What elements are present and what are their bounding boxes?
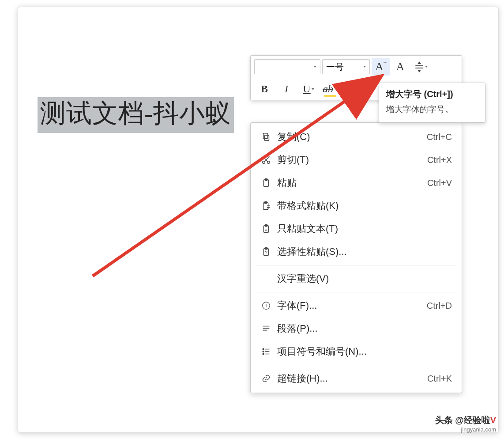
svg-point-18	[263, 351, 264, 352]
paste-text-icon: A	[258, 224, 275, 234]
menu-shortcut: Ctrl+D	[427, 301, 452, 311]
increase-font-button[interactable]: A+	[372, 58, 390, 76]
watermark: 头条 @经验啦V jingyanla.com	[435, 414, 496, 433]
letter-a: A	[396, 60, 404, 73]
menu-label: 汉字重选(V)	[275, 272, 452, 285]
menu-paragraph[interactable]: 段落(P)...	[251, 317, 462, 340]
menu-font[interactable]: T 字体(F)... Ctrl+D	[251, 294, 462, 317]
menu-label: 复制(C)	[275, 130, 427, 144]
wm-url: jingyanla.com	[435, 426, 496, 433]
font-name-select[interactable]	[254, 59, 320, 74]
cut-icon	[258, 155, 275, 165]
underline-button[interactable]: U	[298, 80, 319, 98]
menu-hanzi-reselect[interactable]: 汉字重选(V)	[251, 267, 462, 290]
chevron-down-icon	[336, 88, 339, 90]
paragraph-icon	[258, 324, 275, 333]
context-menu: 复制(C) Ctrl+C 剪切(T) Ctrl+X 粘贴 Ctrl+V 带格式粘…	[250, 122, 462, 393]
menu-label: 选择性粘贴(S)...	[275, 245, 452, 258]
chevron-down-icon	[363, 66, 366, 68]
highlight-ab: ab	[323, 83, 333, 95]
italic-button[interactable]: I	[276, 80, 297, 98]
toolbar-row-1: 一号 A+ A-	[251, 56, 462, 78]
menu-shortcut: Ctrl+V	[427, 178, 452, 188]
svg-rect-2	[263, 133, 268, 139]
menu-label: 粘贴	[275, 176, 427, 189]
menu-label: 带格式粘贴(K)	[275, 199, 452, 212]
wm-v: V	[490, 415, 496, 425]
wm-prefix: 头条 @	[435, 415, 464, 425]
highlight-button[interactable]: ab	[320, 80, 341, 98]
font-icon: T	[258, 301, 275, 310]
svg-point-17	[263, 348, 264, 350]
copy-icon	[258, 132, 275, 142]
font-color-icon	[347, 84, 358, 95]
chevron-down-icon	[425, 66, 428, 68]
menu-label: 剪切(T)	[275, 153, 427, 167]
tooltip-desc: 增大字体的字号。	[386, 104, 478, 115]
wm-name: 经验啦	[464, 415, 490, 425]
svg-rect-0	[350, 92, 357, 94]
svg-point-3	[263, 161, 265, 164]
menu-label: 段落(P)...	[275, 322, 452, 335]
menu-paste[interactable]: 粘贴 Ctrl+V	[251, 171, 462, 194]
menu-shortcut: Ctrl+K	[427, 374, 452, 384]
highlight-color-bar	[324, 95, 336, 97]
menu-label: 超链接(H)...	[275, 372, 427, 385]
svg-rect-1	[264, 135, 269, 140]
menu-label: 只粘贴文本(T)	[275, 222, 452, 235]
paste-format-icon	[258, 201, 275, 211]
font-color-button[interactable]	[342, 80, 363, 98]
menu-copy[interactable]: 复制(C) Ctrl+C	[251, 125, 462, 148]
menu-label: 字体(F)...	[275, 299, 427, 312]
line-spacing-icon	[415, 61, 423, 72]
menu-separator	[256, 365, 456, 365]
menu-bullets[interactable]: 项目符号和编号(N)...	[251, 340, 462, 363]
plus-sup: +	[384, 59, 387, 66]
menu-paste-text[interactable]: A 只粘贴文本(T)	[251, 217, 462, 240]
underline-u: U	[303, 83, 310, 95]
menu-paste-special[interactable]: ? 选择性粘贴(S)...	[251, 240, 462, 263]
svg-text:T: T	[265, 303, 267, 308]
menu-cut[interactable]: 剪切(T) Ctrl+X	[251, 148, 462, 171]
selected-text[interactable]: 测试文档-抖小蚁	[38, 97, 234, 133]
paste-icon	[258, 178, 275, 188]
menu-separator	[256, 292, 456, 292]
decrease-font-button[interactable]: A-	[392, 58, 410, 76]
svg-text:?: ?	[265, 250, 267, 255]
link-icon	[258, 374, 275, 383]
menu-paste-format[interactable]: 带格式粘贴(K)	[251, 194, 462, 217]
chevron-down-icon	[312, 88, 314, 90]
bold-button[interactable]: B	[254, 80, 275, 98]
menu-shortcut: Ctrl+X	[427, 155, 452, 165]
font-size-select[interactable]: 一号	[322, 59, 370, 74]
list-icon	[258, 347, 275, 356]
font-size-value: 一号	[326, 61, 344, 73]
paste-special-icon: ?	[258, 247, 275, 257]
svg-point-19	[263, 353, 264, 355]
menu-hyperlink[interactable]: 超链接(H)... Ctrl+K	[251, 367, 462, 390]
svg-text:A: A	[265, 228, 268, 232]
line-spacing-button[interactable]	[412, 58, 431, 76]
tooltip-increase-font: 增大字号 (Ctrl+]) 增大字体的字号。	[379, 83, 485, 123]
letter-a: A	[375, 60, 384, 73]
svg-point-4	[267, 161, 270, 164]
menu-separator	[256, 265, 456, 265]
minus-sup: -	[404, 59, 406, 66]
chevron-down-icon	[314, 66, 316, 68]
tooltip-title: 增大字号 (Ctrl+])	[386, 88, 478, 100]
menu-shortcut: Ctrl+C	[427, 132, 452, 142]
menu-label: 项目符号和编号(N)...	[275, 345, 452, 358]
